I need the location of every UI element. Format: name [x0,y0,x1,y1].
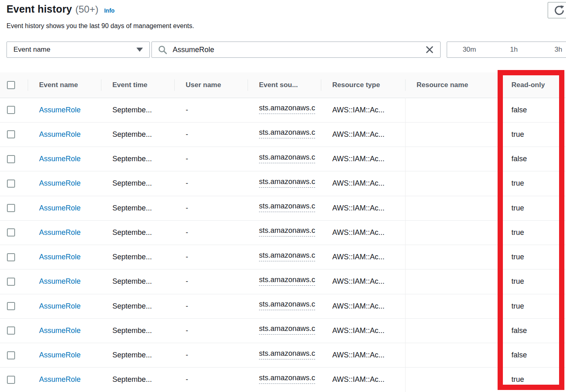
event-source-tooltip-text[interactable]: sts.amazonaws.c [259,324,315,335]
cell-event-name: AssumeRole [28,343,101,368]
time-range-3h[interactable]: 3h [536,42,566,57]
column-header-read-only[interactable]: Read-only [500,72,566,98]
row-checkbox[interactable] [7,302,15,310]
refresh-button[interactable] [548,2,566,18]
cell-event-source: sts.amazonaws.c [248,196,321,220]
event-name-link[interactable]: AssumeRole [39,204,81,212]
cell-event-source: sts.amazonaws.c [248,294,321,318]
event-name-link[interactable]: AssumeRole [39,228,81,237]
cell-read-only: true [500,294,566,318]
row-checkbox-cell [0,122,28,147]
column-header-resource-type[interactable]: Resource type [321,72,405,98]
cell-event-name: AssumeRole [28,196,101,220]
column-header-resource-name[interactable]: Resource name [405,72,500,98]
time-range-1h[interactable]: 1h [491,42,536,57]
event-name-link[interactable]: AssumeRole [39,375,81,383]
result-count: (50+) [75,4,99,15]
cell-resource-type: AWS::IAM::Ac... [321,122,405,147]
column-header-event-time[interactable]: Event time [101,72,174,98]
row-checkbox[interactable] [7,204,15,212]
table-row: AssumeRoleSeptembe...-sts.amazonaws.cAWS… [0,147,566,171]
event-source-tooltip-text[interactable]: sts.amazonaws.c [259,349,315,359]
event-source-tooltip-text[interactable]: sts.amazonaws.c [259,202,315,212]
row-checkbox[interactable] [7,155,15,163]
event-name-link[interactable]: AssumeRole [39,326,81,335]
cell-event-source: sts.amazonaws.c [248,220,321,245]
row-checkbox-cell [0,294,28,318]
cell-event-name: AssumeRole [28,98,101,122]
column-header-user-name[interactable]: User name [174,72,248,98]
cell-resource-name [405,147,500,171]
event-name-link[interactable]: AssumeRole [39,351,81,359]
event-source-tooltip-text[interactable]: sts.amazonaws.c [259,300,315,310]
event-source-tooltip-text[interactable]: sts.amazonaws.c [259,226,315,237]
cell-event-time: Septembe... [101,171,174,196]
time-range-segments: 30m 1h 3h [447,42,566,58]
table-row: AssumeRoleSeptembe...-sts.amazonaws.cAWS… [0,196,566,220]
cell-resource-name [405,269,500,294]
info-link[interactable]: Info [104,7,115,14]
cell-resource-type: AWS::IAM::Ac... [321,269,405,294]
row-checkbox[interactable] [7,326,15,335]
event-source-tooltip-text[interactable]: sts.amazonaws.c [259,153,315,163]
cell-resource-name [405,122,500,147]
cell-event-source: sts.amazonaws.c [248,368,321,392]
event-source-tooltip-text[interactable]: sts.amazonaws.c [259,177,315,188]
cell-read-only: true [500,269,566,294]
event-source-tooltip-text[interactable]: sts.amazonaws.c [259,104,315,114]
cell-resource-type: AWS::IAM::Ac... [321,245,405,269]
select-all-checkbox[interactable] [7,81,15,89]
cell-read-only: false [500,318,566,343]
table-row: AssumeRoleSeptembe...-sts.amazonaws.cAWS… [0,171,566,196]
event-source-tooltip-text[interactable]: sts.amazonaws.c [259,251,315,261]
row-checkbox[interactable] [7,253,15,261]
event-name-link[interactable]: AssumeRole [39,155,81,163]
row-checkbox[interactable] [7,376,15,384]
cell-user-name: - [174,220,248,245]
cell-resource-name [405,98,500,122]
attribute-filter-select[interactable]: Event name [7,42,150,58]
event-source-tooltip-text[interactable]: sts.amazonaws.c [259,128,315,138]
cell-event-time: Septembe... [101,122,174,147]
time-range-30m[interactable]: 30m [447,42,491,57]
close-icon[interactable] [425,45,434,55]
row-checkbox-cell [0,368,28,392]
event-name-link[interactable]: AssumeRole [39,130,81,138]
row-checkbox[interactable] [7,351,15,359]
event-name-link[interactable]: AssumeRole [39,106,81,114]
row-checkbox[interactable] [7,106,15,114]
cell-user-name: - [174,147,248,171]
cell-resource-name [405,294,500,318]
column-header-event-source[interactable]: Event sou... [248,72,321,98]
cell-resource-type: AWS::IAM::Ac... [321,147,405,171]
table-row: AssumeRoleSeptembe...-sts.amazonaws.cAWS… [0,269,566,294]
search-box[interactable] [151,42,441,58]
column-header-event-name[interactable]: Event name [28,72,101,98]
event-name-link[interactable]: AssumeRole [39,253,81,261]
cell-event-time: Septembe... [101,147,174,171]
event-source-tooltip-text[interactable]: sts.amazonaws.c [259,374,315,384]
cell-user-name: - [174,343,248,368]
cell-resource-name [405,245,500,269]
row-checkbox[interactable] [7,180,15,188]
cell-resource-name [405,368,500,392]
row-checkbox-cell [0,196,28,220]
cell-user-name: - [174,368,248,392]
row-checkbox[interactable] [7,228,15,237]
cell-event-source: sts.amazonaws.c [248,269,321,294]
cell-event-source: sts.amazonaws.c [248,147,321,171]
cell-event-time: Septembe... [101,368,174,392]
row-checkbox[interactable] [7,278,15,286]
event-name-link[interactable]: AssumeRole [39,179,81,187]
event-name-link[interactable]: AssumeRole [39,302,81,310]
row-checkbox[interactable] [7,130,15,138]
event-source-tooltip-text[interactable]: sts.amazonaws.c [259,276,315,286]
event-name-link[interactable]: AssumeRole [39,277,81,285]
cell-resource-name [405,343,500,368]
cell-resource-name [405,171,500,196]
search-input[interactable] [173,46,425,54]
cell-user-name: - [174,294,248,318]
table-row: AssumeRoleSeptembe...-sts.amazonaws.cAWS… [0,245,566,269]
cell-user-name: - [174,269,248,294]
row-checkbox-cell [0,343,28,368]
